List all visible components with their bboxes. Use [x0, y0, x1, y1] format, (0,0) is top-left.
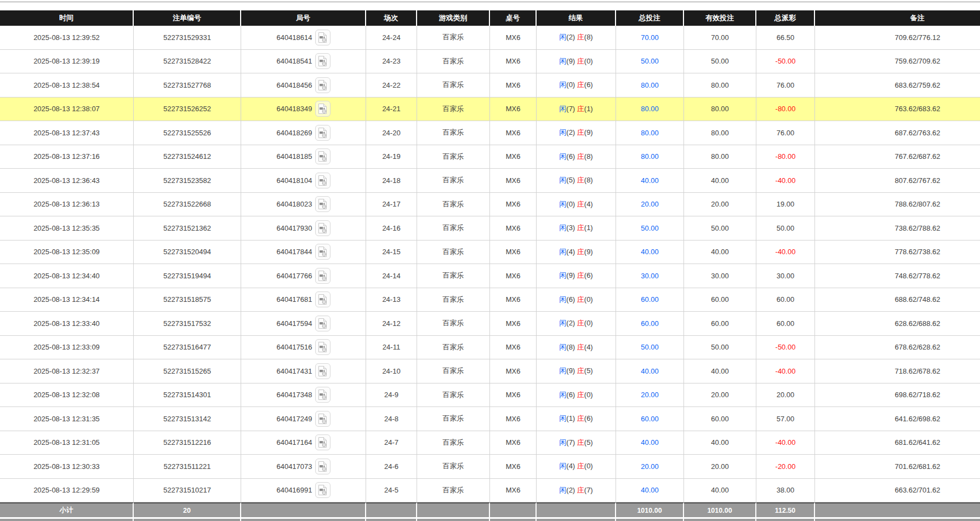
table-row[interactable]: 2025-08-13 12:37:16522731524612 64041818… — [0, 145, 980, 169]
table-row[interactable]: 2025-08-13 12:33:09522731516477 64041751… — [0, 336, 980, 360]
video-replay-button[interactable] — [315, 316, 331, 331]
table-row[interactable]: 2025-08-13 12:34:14522731518575 64041768… — [0, 288, 980, 312]
video-replay-button[interactable] — [315, 434, 331, 450]
total-bet-link[interactable]: 30.00 — [641, 272, 659, 280]
video-replay-button[interactable] — [315, 220, 331, 236]
total-bet-link[interactable]: 20.00 — [641, 391, 659, 399]
total-bet-link[interactable]: 80.00 — [641, 129, 659, 137]
player-result-label: 闲 — [559, 462, 566, 470]
table-row[interactable]: 2025-08-13 12:39:52522731529331 64041861… — [0, 26, 980, 50]
table-row[interactable]: 2025-08-13 12:33:40522731517532 64041759… — [0, 312, 980, 336]
banker-result-label: 庄 — [577, 248, 584, 256]
total-bet-link[interactable]: 40.00 — [641, 438, 659, 446]
player-result-label: 闲 — [559, 33, 566, 41]
video-replay-button[interactable] — [315, 482, 331, 498]
player-result-label: 闲 — [559, 319, 566, 327]
video-replay-button[interactable] — [315, 363, 331, 379]
video-replay-button[interactable] — [315, 101, 331, 117]
total-bet-link[interactable]: 80.00 — [641, 152, 659, 161]
video-replay-button[interactable] — [315, 196, 331, 212]
cell-result: 闲(5) 庄(8) — [537, 169, 616, 193]
video-replay-button[interactable] — [315, 125, 331, 141]
total-bet-link[interactable]: 60.00 — [641, 319, 659, 328]
total-bet-link[interactable]: 20.00 — [641, 200, 659, 208]
cell-valid-bet: 80.00 — [684, 98, 756, 122]
cell-round-no: 640417164 — [241, 431, 366, 455]
table-row[interactable]: 2025-08-13 12:31:35522731513142 64041724… — [0, 407, 980, 431]
table-row[interactable]: 2025-08-13 12:39:19522731528422 64041854… — [0, 50, 980, 74]
subtotal-empty — [537, 502, 616, 517]
video-replay-button[interactable] — [315, 30, 331, 45]
cell-payout: 60.00 — [756, 312, 815, 336]
total-bet-link[interactable]: 40.00 — [641, 486, 659, 494]
table-row[interactable]: 2025-08-13 12:32:08522731514301 64041734… — [0, 383, 980, 408]
video-replay-button[interactable] — [315, 411, 331, 427]
table-row[interactable]: 2025-08-13 12:34:40522731519494 64041776… — [0, 264, 980, 288]
table-row[interactable]: 2025-08-13 12:29:59522731510217 64041699… — [0, 479, 980, 503]
cell-table-no: MX6 — [490, 193, 537, 217]
cell-total-bet: 40.00 — [616, 169, 684, 193]
total-bet-link[interactable]: 60.00 — [641, 415, 659, 423]
total-bet-link[interactable]: 70.00 — [641, 33, 659, 42]
banker-result-label: 庄 — [577, 224, 584, 232]
cell-time: 2025-08-13 12:29:59 — [0, 479, 134, 503]
total-bet-link[interactable]: 50.00 — [641, 343, 659, 351]
cell-table-no: MX6 — [490, 26, 537, 50]
video-file-icon — [317, 413, 328, 425]
player-result-label: 闲 — [559, 200, 566, 208]
table-row[interactable]: 2025-08-13 12:36:13522731522668 64041802… — [0, 193, 980, 217]
total-bet-link[interactable]: 40.00 — [641, 176, 659, 185]
table-row[interactable]: 2025-08-13 12:38:54522731527768 64041845… — [0, 73, 980, 98]
cell-session: 24-15 — [366, 241, 417, 265]
video-replay-button[interactable] — [315, 244, 331, 260]
table-row[interactable]: 2025-08-13 12:36:43522731523582 64041810… — [0, 169, 980, 193]
cell-total-bet: 30.00 — [616, 264, 684, 288]
player-result-label: 闲 — [559, 438, 566, 446]
cell-total-bet: 80.00 — [616, 121, 684, 145]
cell-table-no: MX6 — [490, 431, 537, 455]
cell-remark: 678.62/628.62 — [815, 336, 980, 360]
total-bet-link[interactable]: 50.00 — [641, 57, 659, 65]
cell-valid-bet: 60.00 — [684, 407, 756, 431]
total-bet-link[interactable]: 50.00 — [641, 224, 659, 232]
video-file-icon — [317, 151, 328, 162]
video-replay-button[interactable] — [315, 173, 331, 188]
cell-valid-bet: 40.00 — [684, 241, 756, 265]
video-replay-button[interactable] — [315, 387, 331, 403]
total-bet-link[interactable]: 80.00 — [641, 81, 659, 89]
video-replay-button[interactable] — [315, 148, 331, 164]
video-replay-button[interactable] — [315, 339, 331, 355]
table-row[interactable]: 2025-08-13 12:30:33522731511221 64041707… — [0, 455, 980, 479]
subtotal-empty — [815, 502, 980, 517]
cell-total-bet: 40.00 — [616, 431, 684, 455]
video-replay-button[interactable] — [315, 291, 331, 307]
cell-time: 2025-08-13 12:34:40 — [0, 264, 134, 288]
table-row[interactable]: 2025-08-13 12:35:09522731520494 64041784… — [0, 241, 980, 265]
video-replay-button[interactable] — [315, 268, 331, 284]
table-row[interactable]: 2025-08-13 12:32:37522731515265 64041743… — [0, 359, 980, 383]
total-bet-link[interactable]: 40.00 — [641, 248, 659, 256]
cell-time: 2025-08-13 12:38:54 — [0, 73, 134, 98]
cell-time: 2025-08-13 12:37:16 — [0, 145, 134, 169]
cell-total-bet: 60.00 — [616, 407, 684, 431]
table-row[interactable]: 2025-08-13 12:37:43522731525526 64041826… — [0, 121, 980, 145]
col-header-valid-bet: 有效投注 — [684, 10, 756, 26]
cell-game-type: 百家乐 — [417, 121, 490, 145]
table-row[interactable]: 2025-08-13 12:35:35522731521362 64041793… — [0, 216, 980, 241]
cell-game-type: 百家乐 — [417, 383, 490, 408]
total-bet-link[interactable]: 40.00 — [641, 367, 659, 375]
table-row[interactable]: 2025-08-13 12:31:05522731512216 64041716… — [0, 431, 980, 455]
video-replay-button[interactable] — [315, 459, 331, 474]
cell-valid-bet: 80.00 — [684, 145, 756, 169]
video-replay-button[interactable] — [315, 53, 331, 69]
video-file-icon — [317, 55, 328, 67]
table-row[interactable]: 2025-08-13 12:38:07522731526252 64041834… — [0, 98, 980, 122]
cell-total-bet: 80.00 — [616, 145, 684, 169]
total-bet-link[interactable]: 80.00 — [641, 105, 659, 113]
video-replay-button[interactable] — [315, 77, 331, 93]
total-bet-link[interactable]: 60.00 — [641, 295, 659, 304]
cell-table-no: MX6 — [490, 264, 537, 288]
col-header-payout: 总派彩 — [756, 10, 815, 26]
cell-remark: 738.62/788.62 — [815, 216, 980, 241]
total-bet-link[interactable]: 20.00 — [641, 462, 659, 471]
